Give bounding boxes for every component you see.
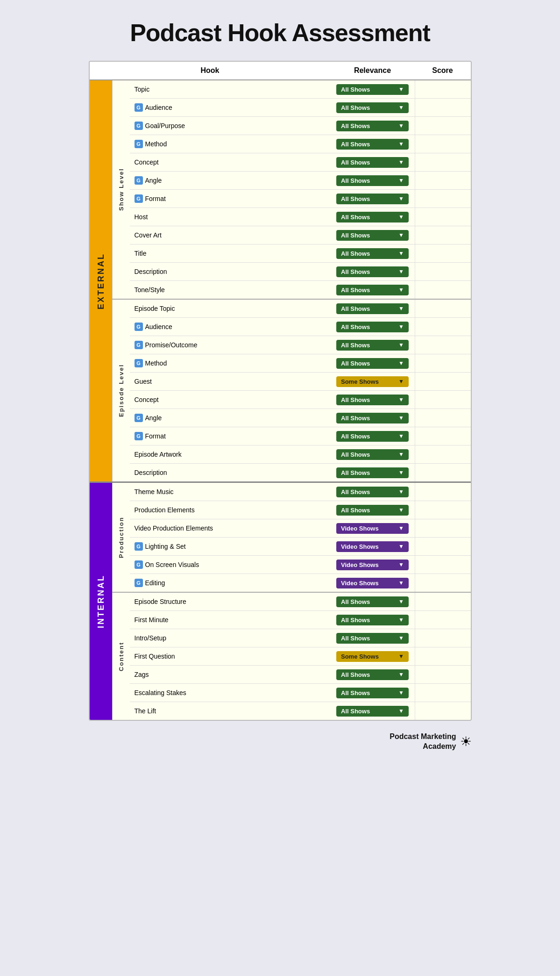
hook-label: The Lift: [135, 707, 156, 715]
hook-cell: GGoal/Purpose: [130, 117, 331, 135]
table-row: Tone/StyleAll Shows▼: [130, 281, 471, 299]
table-row: Intro/SetupAll Shows▼: [130, 629, 471, 647]
relevance-cell: All Shows▼: [331, 427, 415, 445]
sub-section-label: Episode Level: [112, 300, 130, 481]
relevance-dropdown[interactable]: Video Shows▼: [336, 523, 409, 534]
table-row: GAngleAll Shows▼: [130, 172, 471, 190]
table-row: Episode TopicAll Shows▼: [130, 300, 471, 318]
table-row: DescriptionAll Shows▼: [130, 263, 471, 281]
relevance-dropdown[interactable]: All Shows▼: [336, 340, 409, 351]
relevance-cell: All Shows▼: [331, 226, 415, 244]
relevance-dropdown[interactable]: All Shows▼: [336, 596, 409, 607]
hook-label: Audience: [145, 104, 172, 111]
relevance-cell: All Shows▼: [331, 263, 415, 280]
relevance-cell: All Shows▼: [331, 629, 415, 647]
relevance-dropdown[interactable]: All Shows▼: [336, 431, 409, 442]
table-row: GAudienceAll Shows▼: [130, 318, 471, 336]
relevance-dropdown[interactable]: All Shows▼: [336, 633, 409, 644]
relevance-dropdown[interactable]: All Shows▼: [336, 395, 409, 405]
hook-cell: GAngle: [130, 172, 331, 189]
hook-cell: The Lift: [130, 702, 331, 720]
g-icon: G: [135, 140, 143, 148]
score-cell: [415, 80, 471, 98]
relevance-dropdown[interactable]: All Shows▼: [336, 322, 409, 332]
hook-label: Theme Music: [135, 488, 174, 495]
hook-cell: Episode Artwork: [130, 445, 331, 463]
g-icon: G: [135, 579, 143, 587]
relevance-cell: All Shows▼: [331, 281, 415, 299]
relevance-dropdown[interactable]: Video Shows▼: [336, 578, 409, 588]
score-cell: [415, 445, 471, 463]
table-row: First MinuteAll Shows▼: [130, 611, 471, 629]
hook-label: Format: [145, 195, 166, 202]
hook-cell: Theme Music: [130, 483, 331, 501]
relevance-dropdown[interactable]: All Shows▼: [336, 194, 409, 204]
relevance-dropdown[interactable]: All Shows▼: [336, 505, 409, 516]
relevance-dropdown[interactable]: All Shows▼: [336, 139, 409, 150]
score-cell: [415, 593, 471, 610]
relevance-dropdown[interactable]: All Shows▼: [336, 303, 409, 314]
relevance-dropdown[interactable]: All Shows▼: [336, 487, 409, 497]
sub-section-label: Show Level: [112, 80, 130, 299]
relevance-dropdown[interactable]: All Shows▼: [336, 175, 409, 186]
relevance-dropdown[interactable]: All Shows▼: [336, 157, 409, 168]
relevance-dropdown[interactable]: All Shows▼: [336, 615, 409, 625]
relevance-cell: Some Shows▼: [331, 647, 415, 665]
relevance-dropdown[interactable]: All Shows▼: [336, 266, 409, 277]
relevance-dropdown[interactable]: All Shows▼: [336, 688, 409, 698]
hook-cell: Episode Topic: [130, 300, 331, 317]
relevance-dropdown[interactable]: All Shows▼: [336, 212, 409, 222]
score-cell: [415, 263, 471, 280]
hook-label: Description: [135, 268, 167, 275]
relevance-dropdown[interactable]: All Shows▼: [336, 449, 409, 460]
relevance-cell: All Shows▼: [331, 300, 415, 317]
table-row: Episode ArtworkAll Shows▼: [130, 445, 471, 464]
table-row: GMethodAll Shows▼: [130, 354, 471, 373]
relevance-dropdown[interactable]: Video Shows▼: [336, 560, 409, 570]
hook-label: Concept: [135, 158, 159, 166]
sun-icon: ☀: [460, 734, 472, 749]
relevance-dropdown[interactable]: All Shows▼: [336, 230, 409, 241]
table-row: GOn Screen VisualsVideo Shows▼: [130, 556, 471, 574]
sub-section-label: Production: [112, 483, 130, 592]
relevance-dropdown[interactable]: All Shows▼: [336, 358, 409, 369]
hook-cell: Tone/Style: [130, 281, 331, 299]
relevance-cell: All Shows▼: [331, 153, 415, 171]
hook-label: Production Elements: [135, 506, 195, 514]
footer: Podcast Marketing Academy ☀: [89, 732, 472, 752]
score-cell: [415, 281, 471, 299]
relevance-dropdown[interactable]: All Shows▼: [336, 84, 409, 95]
relevance-dropdown[interactable]: All Shows▼: [336, 706, 409, 717]
relevance-dropdown[interactable]: All Shows▼: [336, 413, 409, 423]
relevance-cell: All Shows▼: [331, 336, 415, 354]
score-cell: [415, 519, 471, 537]
table-row: Escalating StakesAll Shows▼: [130, 684, 471, 702]
hook-cell: GAudience: [130, 318, 331, 336]
relevance-dropdown[interactable]: Some Shows▼: [336, 651, 409, 662]
hook-label: Concept: [135, 396, 159, 403]
table-row: ZagsAll Shows▼: [130, 666, 471, 684]
internal-sub-0: ProductionTheme MusicAll Shows▼Productio…: [112, 483, 471, 592]
hook-label: Topic: [135, 86, 150, 93]
table-row: GGoal/PurposeAll Shows▼: [130, 117, 471, 135]
relevance-dropdown[interactable]: All Shows▼: [336, 121, 409, 131]
score-cell: [415, 99, 471, 116]
score-cell: [415, 556, 471, 574]
hook-label: Angle: [145, 177, 162, 184]
relevance-dropdown[interactable]: All Shows▼: [336, 285, 409, 295]
table-row: TopicAll Shows▼: [130, 80, 471, 99]
relevance-dropdown[interactable]: Some Shows▼: [336, 376, 409, 387]
table-row: First QuestionSome Shows▼: [130, 647, 471, 666]
table-header: Hook Relevance Score: [90, 62, 471, 80]
relevance-dropdown[interactable]: All Shows▼: [336, 102, 409, 113]
relevance-dropdown[interactable]: All Shows▼: [336, 248, 409, 259]
relevance-cell: All Shows▼: [331, 666, 415, 683]
internal-label: INTERNAL: [90, 483, 112, 720]
hook-label: Episode Structure: [135, 598, 186, 605]
relevance-dropdown[interactable]: Video Shows▼: [336, 541, 409, 552]
relevance-dropdown[interactable]: All Shows▼: [336, 669, 409, 680]
relevance-cell: All Shows▼: [331, 501, 415, 519]
relevance-dropdown[interactable]: All Shows▼: [336, 467, 409, 478]
score-cell: [415, 629, 471, 647]
header-score: Score: [415, 66, 471, 75]
